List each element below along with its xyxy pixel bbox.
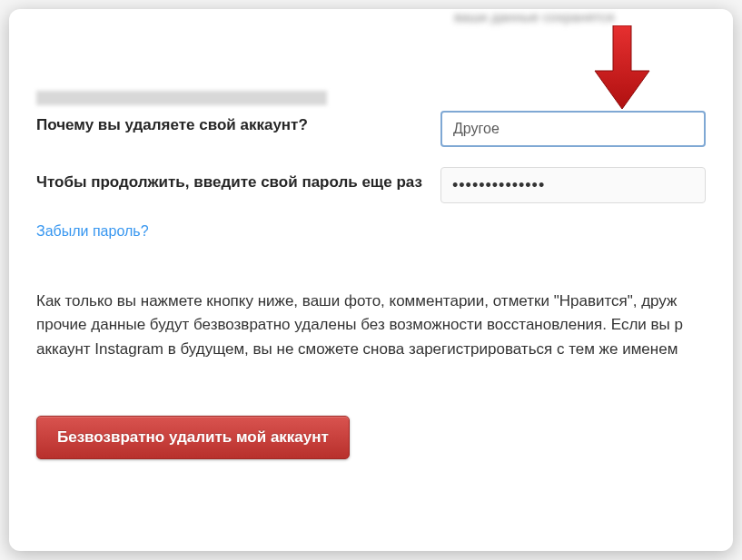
arrow-down-icon — [590, 25, 654, 115]
reason-select[interactable]: Другое — [440, 111, 706, 147]
password-value: •••••••••••••• — [452, 176, 545, 195]
password-row: Чтобы продолжить, введите свой пароль ещ… — [36, 167, 706, 203]
delete-account-button[interactable]: Безвозвратно удалить мой аккаунт — [36, 416, 350, 459]
forgot-password-link[interactable]: Забыли пароль? — [36, 223, 706, 240]
reason-select-value: Другое — [453, 121, 500, 137]
reason-label: Почему вы удаляете свой аккаунт? — [36, 111, 440, 134]
cutoff-text-top: ваши данные сохранятся — [36, 9, 706, 27]
reason-row: Почему вы удаляете свой аккаунт? Другое — [36, 111, 706, 147]
password-field[interactable]: •••••••••••••• — [440, 167, 706, 203]
redacted-bar — [36, 91, 327, 105]
warning-text: Как только вы нажмете кнопку ниже, ваши … — [36, 290, 706, 361]
password-label: Чтобы продолжить, введите свой пароль ещ… — [36, 167, 440, 193]
delete-account-panel: ваши данные сохранятся Почему вы удаляет… — [9, 9, 733, 551]
